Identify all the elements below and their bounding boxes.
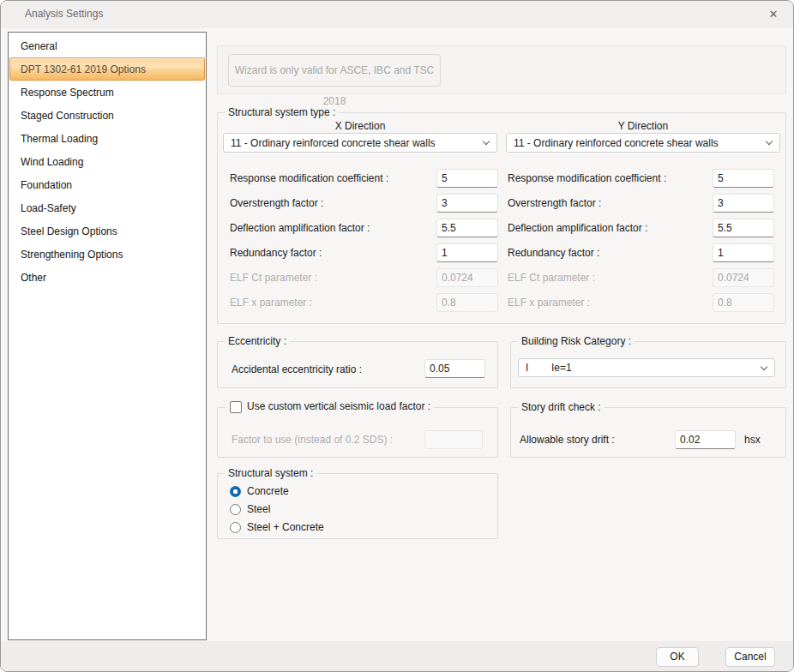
story-drift-unit-label: hsx: [744, 430, 761, 449]
custom-vertical-seismic-group: Use custom vertical seismic load factor …: [217, 407, 498, 458]
sidebar-item-other[interactable]: Other: [9, 266, 205, 289]
radio-selected-icon: [230, 486, 241, 497]
deflection-amplification-x-input[interactable]: [436, 219, 498, 237]
redundancy-y-input[interactable]: [713, 243, 774, 262]
x-direction-header: X Direction: [223, 120, 497, 132]
sidebar-item-dpt-1302-61-2019-options[interactable]: DPT 1302-61 2019 Options: [9, 57, 205, 81]
use-custom-vertical-label: Use custom vertical seismic load factor …: [247, 400, 430, 413]
overstrength-x-input[interactable]: [436, 194, 498, 213]
sidebar-item-steel-design-options[interactable]: Steel Design Options: [9, 219, 205, 243]
structural-system-type-group: Structural system type : X Direction Y D…: [217, 112, 786, 324]
radio-steel-concrete-label: Steel + Concrete: [247, 521, 324, 533]
elf-x-param-y-label: ELF x parameter :: [508, 293, 590, 312]
chevron-down-icon: [766, 138, 773, 145]
x-direction-select[interactable]: 11 - Ordinary reinforced concrete shear …: [223, 133, 497, 153]
building-risk-category-select[interactable]: I Ie=1: [518, 358, 775, 377]
elf-ct-y-input: [713, 268, 774, 287]
overstrength-y-label: Overstrength factor :: [508, 194, 601, 213]
chevron-down-icon: [483, 138, 490, 145]
group-caption: Building Risk Category :: [518, 335, 635, 348]
deflection-amplification-x-label: Deflection amplification factor :: [230, 219, 370, 237]
response-modification-y-label: Response modification coefficient :: [508, 169, 666, 188]
x-direction-selected-value: 11 - Ordinary reinforced concrete shear …: [231, 137, 436, 149]
sidebar-item-foundation[interactable]: Foundation: [9, 173, 205, 196]
window-title: Analysis Settings: [25, 8, 103, 20]
elf-x-param-x-label: ELF x parameter :: [230, 293, 312, 312]
y-direction-select[interactable]: 11 - Ordinary reinforced concrete shear …: [506, 133, 780, 153]
custom-vertical-caption: Use custom vertical seismic load factor …: [226, 400, 434, 413]
response-modification-x-label: Response modification coefficient :: [230, 169, 388, 188]
y-direction-header: Y Direction: [506, 120, 780, 132]
sidebar-item-response-spectrum[interactable]: Response Spectrum: [9, 81, 205, 104]
group-caption: Structural system type :: [225, 106, 339, 119]
dialog-footer: OK Cancel: [1, 641, 793, 671]
allowable-story-drift-label: Allowable story drift :: [520, 430, 615, 449]
elf-ct-y-label: ELF Ct parameter :: [508, 268, 595, 287]
radio-unselected-icon: [230, 522, 241, 533]
sidebar-item-thermal-loading[interactable]: Thermal Loading: [9, 127, 205, 150]
y-direction-selected-value: 11 - Ordinary reinforced concrete shear …: [514, 137, 719, 149]
radio-unselected-icon: [230, 504, 241, 515]
elf-x-param-y-input: [713, 293, 774, 312]
group-caption: Story drift check :: [518, 401, 605, 414]
overstrength-x-label: Overstrength factor :: [230, 194, 323, 213]
radio-concrete-label: Concrete: [247, 485, 289, 497]
group-caption: Eccentricity :: [225, 335, 290, 348]
building-risk-category-value: I Ie=1: [526, 362, 572, 374]
radio-steel-concrete[interactable]: Steel + Concrete: [230, 521, 324, 533]
elf-ct-x-label: ELF Ct parameter :: [230, 268, 317, 287]
redundancy-y-label: Redundancy factor :: [508, 243, 599, 262]
group-caption: Structural system :: [225, 467, 316, 480]
use-custom-vertical-checkbox[interactable]: [230, 401, 242, 413]
wizard-note-button[interactable]: Wizard is only valid for ASCE, IBC and T…: [228, 54, 441, 87]
response-modification-y-input[interactable]: [713, 169, 774, 188]
title-bar: Analysis Settings ✕: [1, 1, 793, 28]
ok-button[interactable]: OK: [656, 647, 699, 667]
response-modification-x-input[interactable]: [436, 169, 498, 188]
structural-system-group: Structural system : Concrete Steel Steel…: [217, 473, 498, 539]
wizard-panel: Wizard is only valid for ASCE, IBC and T…: [217, 45, 786, 94]
eccentricity-group: Eccentricity : Accidental eccentricity r…: [217, 341, 498, 388]
overstrength-y-input[interactable]: [713, 194, 774, 213]
factor-to-use-input: [424, 430, 483, 449]
deflection-amplification-y-label: Deflection amplification factor :: [508, 219, 647, 237]
radio-concrete[interactable]: Concrete: [230, 485, 289, 497]
sidebar-item-wind-loading[interactable]: Wind Loading: [9, 150, 205, 173]
cancel-button[interactable]: Cancel: [725, 647, 775, 667]
elf-ct-x-input: [436, 268, 498, 287]
elf-x-param-x-input: [436, 293, 498, 312]
accidental-eccentricity-input[interactable]: [424, 359, 485, 378]
radio-steel[interactable]: Steel: [230, 503, 270, 515]
story-drift-check-group: Story drift check : Allowable story drif…: [510, 407, 786, 458]
building-risk-category-group: Building Risk Category : I Ie=1: [510, 341, 786, 388]
accidental-eccentricity-label: Accidental eccentricity ratio :: [232, 360, 362, 379]
analysis-settings-dialog: Analysis Settings ✕ General DPT 1302-61 …: [0, 0, 794, 672]
sidebar-item-staged-construction[interactable]: Staged Construction: [9, 104, 205, 127]
close-icon[interactable]: ✕: [764, 6, 783, 23]
redundancy-x-input[interactable]: [436, 243, 498, 262]
radio-steel-label: Steel: [247, 503, 270, 515]
deflection-amplification-y-input[interactable]: [713, 219, 774, 237]
chevron-down-icon: [761, 363, 767, 369]
allowable-story-drift-input[interactable]: [675, 430, 736, 449]
sidebar-item-load-safety[interactable]: Load-Safety: [9, 196, 205, 219]
factor-to-use-label: Factor to use (instead of 0.2 SDS) :: [232, 430, 393, 449]
settings-category-list: General DPT 1302-61 2019 Options Respons…: [8, 32, 207, 640]
sidebar-item-general[interactable]: General: [9, 34, 205, 57]
redundancy-x-label: Redundancy factor :: [230, 243, 322, 262]
sidebar-item-strengthening-options[interactable]: Strengthening Options: [9, 243, 205, 266]
